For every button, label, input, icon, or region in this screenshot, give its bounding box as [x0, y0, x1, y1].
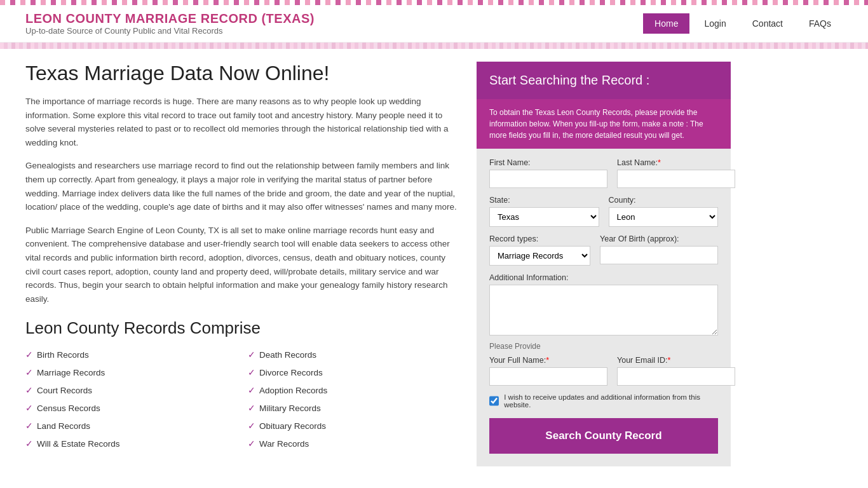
header-title-block: LEON COUNTY MARRIAGE RECORD (TEXAS) Up-t… — [25, 11, 315, 36]
email-input[interactable] — [617, 367, 735, 386]
record-label: Court Records — [37, 386, 92, 395]
year-of-birth-input[interactable] — [600, 246, 718, 264]
last-name-required: * — [658, 158, 661, 167]
panel-subtext: To obtain the Texas Leon County Records,… — [477, 99, 731, 149]
check-icon: ✓ — [248, 367, 255, 377]
full-name-label: Your Full Name:* — [489, 356, 607, 365]
county-label: County: — [609, 196, 719, 205]
record-label: Divorce Records — [259, 368, 323, 377]
list-item: ✓ Adoption Records — [248, 383, 458, 397]
record-label: Death Records — [259, 350, 316, 360]
check-icon: ✓ — [25, 403, 33, 413]
record-type-select[interactable]: Marriage Records Birth Records Death Rec… — [489, 246, 590, 266]
record-label: Land Records — [37, 421, 90, 431]
checkbox-row: I wish to receive updates and additional… — [489, 393, 718, 409]
email-label: Your Email ID:* — [617, 356, 735, 365]
header: LEON COUNTY MARRIAGE RECORD (TEXAS) Up-t… — [0, 5, 868, 43]
check-icon: ✓ — [25, 385, 33, 395]
check-icon: ✓ — [25, 367, 33, 377]
list-item: ✓ Land Records — [25, 419, 235, 433]
list-item: ✓ Will & Estate Records — [25, 437, 235, 451]
please-provide-text: Please Provide — [489, 342, 718, 351]
full-name-input[interactable] — [489, 367, 607, 386]
nav-contact[interactable]: Contact — [741, 13, 794, 34]
list-item: ✓ Military Records — [248, 401, 458, 415]
list-item: ✓ Marriage Records — [25, 365, 235, 379]
para-2: Genealogists and researchers use marriag… — [25, 159, 458, 214]
list-item: ✓ Census Records — [25, 401, 235, 415]
site-title: LEON COUNTY MARRIAGE RECORD (TEXAS) — [25, 11, 315, 26]
check-icon: ✓ — [25, 438, 33, 449]
record-label: Will & Estate Records — [37, 439, 120, 449]
year-of-birth-label: Year Of Birth (approx): — [600, 234, 718, 243]
list-item: ✓ Birth Records — [25, 348, 235, 362]
check-icon: ✓ — [248, 438, 255, 449]
form-row-state-county: State: Texas Alabama Alaska County: Leon… — [489, 196, 718, 227]
record-label: Census Records — [37, 403, 100, 413]
first-name-input[interactable] — [489, 170, 607, 188]
additional-info-group: Additional Information: — [489, 273, 718, 336]
list-item: ✓ Court Records — [25, 383, 235, 397]
panel-header: Start Searching the Record : — [477, 62, 731, 99]
record-label: Birth Records — [37, 350, 89, 360]
check-icon: ✓ — [248, 385, 255, 395]
form-row-record-year: Record types: Marriage Records Birth Rec… — [489, 234, 718, 266]
form-row-contact: Your Full Name:* Your Email ID:* — [489, 356, 718, 386]
last-name-input[interactable] — [617, 170, 735, 188]
full-name-required: * — [546, 356, 549, 365]
record-label: Obituary Records — [259, 421, 326, 431]
para-3: Public Marriage Search Engine of Leon Co… — [25, 224, 458, 306]
site-subtitle: Up-to-date Source of County Public and V… — [25, 26, 315, 36]
check-icon: ✓ — [248, 349, 255, 360]
panel-form: First Name: Last Name:* State: Texas Ala… — [477, 149, 731, 466]
year-of-birth-group: Year Of Birth (approx): — [600, 234, 718, 266]
main-content: Texas Marriage Data Now Online! The impo… — [0, 49, 868, 479]
list-item: ✓ Death Records — [248, 348, 458, 362]
main-heading: Texas Marriage Data Now Online! — [25, 62, 458, 85]
search-panel: Start Searching the Record : To obtain t… — [477, 62, 731, 466]
state-label: State: — [489, 196, 599, 205]
list-item: ✓ War Records — [248, 437, 458, 451]
main-nav: Home Login Contact FAQs — [643, 13, 843, 34]
additional-info-label: Additional Information: — [489, 273, 718, 282]
record-label: War Records — [259, 439, 309, 449]
last-name-label: Last Name:* — [617, 158, 735, 167]
record-type-label: Record types: — [489, 234, 590, 243]
last-name-group: Last Name:* — [617, 158, 735, 188]
check-icon: ✓ — [248, 421, 255, 431]
state-group: State: Texas Alabama Alaska — [489, 196, 599, 227]
county-select[interactable]: Leon Anderson — [609, 207, 719, 227]
list-item: ✓ Obituary Records — [248, 419, 458, 433]
email-required: * — [667, 356, 670, 365]
nav-faqs[interactable]: FAQs — [797, 13, 843, 34]
search-county-button[interactable]: Search County Record — [489, 418, 718, 454]
check-icon: ✓ — [25, 349, 33, 360]
left-content: Texas Marriage Data Now Online! The impo… — [25, 62, 458, 466]
newsletter-checkbox[interactable] — [489, 396, 499, 406]
check-icon: ✓ — [25, 421, 33, 431]
record-label: Military Records — [259, 403, 321, 413]
check-icon: ✓ — [248, 403, 255, 413]
state-select[interactable]: Texas Alabama Alaska — [489, 207, 599, 227]
record-type-group: Record types: Marriage Records Birth Rec… — [489, 234, 590, 266]
deco-border — [0, 43, 868, 49]
records-grid: ✓ Birth Records ✓ Death Records ✓ Marria… — [25, 348, 458, 451]
form-row-name: First Name: Last Name:* — [489, 158, 718, 188]
full-name-group: Your Full Name:* — [489, 356, 607, 386]
top-border — [0, 0, 868, 5]
records-section-heading: Leon County Records Comprise — [25, 318, 458, 338]
list-item: ✓ Divorce Records — [248, 365, 458, 379]
para-1: The importance of marriage records is hu… — [25, 95, 458, 149]
email-group: Your Email ID:* — [617, 356, 735, 386]
checkbox-label: I wish to receive updates and additional… — [504, 393, 718, 409]
nav-login[interactable]: Login — [693, 13, 737, 34]
nav-home[interactable]: Home — [643, 13, 689, 34]
first-name-label: First Name: — [489, 158, 607, 167]
additional-info-textarea[interactable] — [489, 285, 718, 336]
record-label: Marriage Records — [37, 368, 105, 377]
record-label: Adoption Records — [259, 386, 327, 395]
first-name-group: First Name: — [489, 158, 607, 188]
county-group: County: Leon Anderson — [609, 196, 719, 227]
